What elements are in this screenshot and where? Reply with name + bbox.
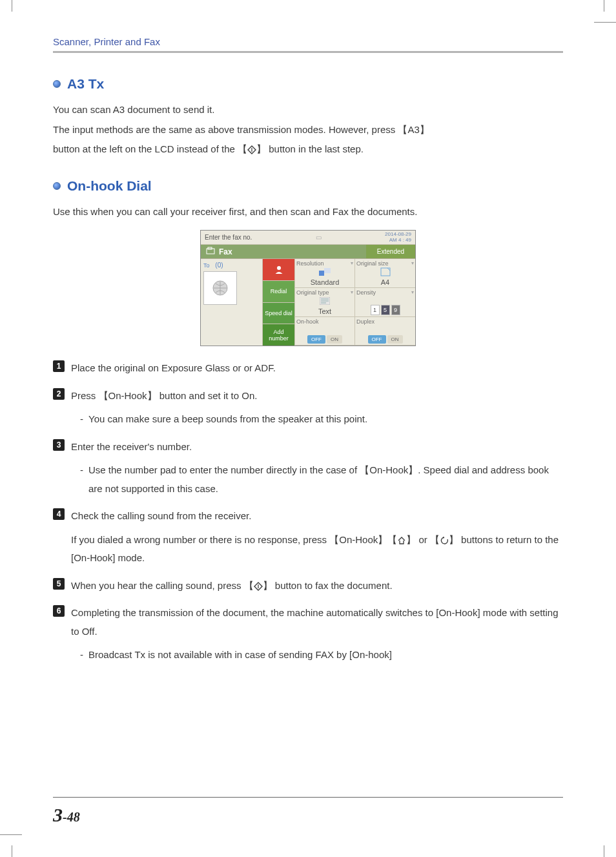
chevron-down-icon: ▾ [351,289,353,295]
fax-ui-origtype-cell[interactable]: ▾ Original type Text [295,288,355,316]
globe-icon [211,279,229,297]
step-6: 6 Completing the transmission of the doc… [53,604,563,665]
svg-rect-7 [319,271,324,276]
svg-point-6 [277,266,281,270]
footer-rule [53,797,563,798]
header-rule [53,51,563,53]
resolution-icon [319,268,331,277]
fax-ui-duplex-cell[interactable]: Duplex OFF ON [355,317,415,346]
start-diamond-icon [254,582,263,591]
bullet-icon [53,80,61,88]
a3-para-2: The input methods are the same as above … [53,121,563,139]
cell-label: Resolution [296,260,324,267]
duplex-on-pill[interactable]: ON [387,335,403,344]
step-2: 2 Press 【On-Hook】 button and set it to O… [53,387,563,429]
fax-ui-textfield-icon: ▭ [316,234,322,241]
fax-ui-resolution-cell[interactable]: ▾ Resolution Standard [295,259,355,288]
fax-ui-redial-button[interactable]: Redial [263,281,294,303]
page-size-icon [380,267,391,278]
page-body: Scanner, Printer and Fax A3 Tx You can s… [0,0,616,699]
fax-ui-extended-button[interactable]: Extended [366,245,415,258]
fax-icon [206,247,215,256]
step-sub: - You can make sure a beep sounds from t… [71,410,563,429]
section-heading-a3tx: A3 Tx [53,76,563,92]
step-badge: 5 [53,578,65,590]
step-text: Check the calling sound from the receive… [71,507,563,526]
onhook-on-pill[interactable]: ON [327,335,342,344]
cell-label: Density [356,289,376,296]
density-1: 1 [371,305,380,315]
fax-ui-title: Fax [201,245,366,258]
back-arrow-icon [440,536,449,545]
fax-ui-density-cell[interactable]: ▾ Density 1 5 9 [355,288,415,316]
fax-ui-speeddial-button[interactable]: Speed dial [263,303,294,325]
fax-ui-prompt: Enter the fax no. [205,234,252,241]
heading-text: A3 Tx [67,76,104,92]
chevron-down-icon: ▾ [351,260,353,266]
fax-ui-datetime: 2014-08-29AM 4 : 49 [385,232,411,243]
section-heading-onhook: On-hook Dial [53,178,563,194]
step-sub: - Use the number pad to enter the number… [71,461,563,498]
step-4: 4 Check the calling sound from the recei… [53,507,563,568]
step-sub: - Broadcast Tx is not available with in … [71,646,563,665]
chevron-down-icon: ▾ [411,289,414,295]
a3-para-3: button at the left on the LCD instead of… [53,140,563,159]
density-5: 5 [381,305,390,315]
step-text: Enter the receiver's number. [71,438,563,457]
fax-ui-to-label: To [203,262,210,269]
a3-para-1: You can scan A3 document to send it. [53,101,563,119]
start-diamond-icon [247,145,256,154]
step-text: Press 【On-Hook】 button and set it to On. [71,387,563,406]
step-badge: 1 [53,360,65,372]
step-badge: 4 [53,508,65,520]
cell-value: Standard [311,278,340,286]
fax-ui-addressbook-button[interactable] [263,259,294,281]
step-5: 5 When you hear the calling sound, press… [53,577,563,595]
step-text: When you hear the calling sound, press 【… [71,577,563,595]
step-badge: 6 [53,605,65,617]
duplex-off-pill[interactable]: OFF [368,335,386,344]
fax-ui-to-count: (0) [215,262,223,269]
bullet-icon [53,182,61,190]
cell-label: Original size [356,260,389,267]
fax-ui-addnumber-button[interactable]: Add number [263,324,294,346]
step-text: Place the original on Exposure Glass or … [71,359,563,378]
step-continuation: If you dialed a wrong number or there is… [71,531,563,568]
person-icon [273,263,285,275]
step-text: Completing the transmission of the docum… [71,604,563,641]
heading-text: On-hook Dial [67,178,152,194]
density-9: 9 [391,305,400,315]
step-badge: 2 [53,388,65,400]
fax-ui-figure: Enter the fax no. ▭ 2014-08-29AM 4 : 49 … [200,230,416,346]
density-scale: 1 5 9 [371,305,400,315]
step-3: 3 Enter the receiver's number. - Use the… [53,438,563,499]
step-badge: 3 [53,439,65,451]
running-head: Scanner, Printer and Fax [53,36,563,47]
fax-ui-onhook-cell[interactable]: On-hook OFF ON [295,317,355,346]
cell-label: Duplex [356,318,375,325]
home-icon [397,536,406,545]
onhook-intro: Use this when you can call your receiver… [53,203,563,222]
cell-value: A4 [381,278,389,286]
page-number: 3-48 [53,804,80,826]
onhook-off-pill[interactable]: OFF [307,335,325,344]
step-1: 1 Place the original on Exposure Glass o… [53,359,563,378]
text-lines-icon [320,297,330,306]
fax-ui-recipient-slot[interactable] [203,271,237,305]
cell-label: On-hook [296,318,319,325]
fax-ui-statusbar: Enter the fax no. ▭ 2014-08-29AM 4 : 49 [201,231,415,245]
fax-ui-origsize-cell[interactable]: ▾ Original size A4 [355,259,415,288]
svg-rect-8 [324,268,331,273]
cell-label: Original type [296,289,329,296]
cell-value: Text [318,307,331,315]
chevron-down-icon: ▾ [411,260,414,266]
